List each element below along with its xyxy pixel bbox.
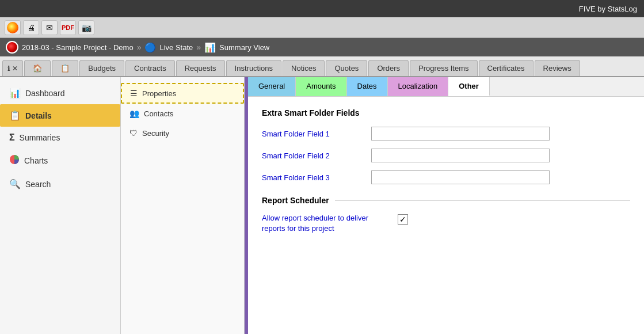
summaries-icon: Σ [9, 132, 15, 143]
middle-item-security[interactable]: 🛡 Security [121, 123, 244, 143]
tab-orders-label: Orders [377, 64, 400, 73]
main-content-wrapper: General Amounts Dates Localization Other… [245, 77, 644, 334]
sub-tab-localization[interactable]: Localization [388, 77, 449, 96]
sidebar-summaries-label: Summaries [20, 133, 60, 142]
sidebar-item-search[interactable]: 🔍 Search [0, 173, 120, 195]
middle-properties-label: Properties [142, 89, 176, 98]
sidebar-item-dashboard[interactable]: 📊 Dashboard [0, 82, 120, 104]
tab-progress-items-label: Progress Items [418, 64, 468, 73]
title-bar: FIVE by StatsLog [0, 0, 644, 17]
sub-tab-other-label: Other [459, 82, 479, 90]
middle-item-contacts[interactable]: 👥 Contacts [121, 104, 244, 123]
report-title-row: Report Scheduler [262, 196, 630, 205]
properties-icon: ☰ [130, 89, 138, 98]
sub-tab-dates-label: Dates [357, 82, 377, 90]
tab-contracts[interactable]: Contracts [125, 60, 175, 76]
logo-button[interactable] [5, 20, 21, 35]
charts-icon [9, 154, 20, 167]
tab-reviews[interactable]: Reviews [535, 60, 580, 76]
tab-home[interactable]: 🏠 [24, 60, 51, 76]
tab-notices-label: Notices [291, 64, 316, 73]
report-scheduler: Report Scheduler Allow report scheduler … [262, 196, 630, 234]
livestate-icon: 🔵 [144, 42, 156, 53]
tab-certificates-label: Certificates [487, 64, 525, 73]
contacts-icon: 👥 [129, 109, 139, 118]
sub-tab-general-label: General [258, 82, 285, 90]
tab-reviews-label: Reviews [543, 64, 571, 73]
dashboard-icon: 📊 [9, 88, 21, 98]
field-row-2: Smart Folder Field 2 [262, 149, 630, 162]
tab-contracts-label: Contracts [134, 64, 166, 73]
tab-quotes-label: Quotes [334, 64, 359, 73]
sub-tab-dates[interactable]: Dates [347, 77, 388, 96]
tab-instructions[interactable]: Instructions [226, 60, 281, 76]
middle-panel: ☰ Properties 👥 Contacts 🛡 Security [121, 77, 245, 334]
details-icon: 📋 [9, 110, 21, 121]
sub-tab-general[interactable]: General [248, 77, 296, 96]
sub-tab-amounts[interactable]: Amounts [296, 77, 346, 96]
breadcrumb-sep1: » [137, 43, 142, 52]
photo-button[interactable]: 📷 [78, 20, 94, 35]
sub-tab-amounts-label: Amounts [306, 82, 336, 90]
tab-orders[interactable]: Orders [368, 60, 409, 76]
tab-instructions-label: Instructions [235, 64, 273, 73]
tab-requests-label: Requests [185, 64, 216, 73]
tab-quotes[interactable]: Quotes [326, 60, 367, 76]
field-row-3: Smart Folder Field 3 [262, 170, 630, 184]
breadcrumb-logo-icon [6, 41, 18, 54]
sidebar-item-details[interactable]: 📋 Details [0, 104, 120, 127]
body-layout: 📊 Dashboard 📋 Details Σ Summaries Charts… [0, 77, 644, 334]
toolbar: 🖨 ✉ PDF 📷 [0, 17, 644, 38]
breadcrumb-livestate: Live State [159, 43, 193, 52]
sidebar-item-charts[interactable]: Charts [0, 149, 120, 173]
sidebar-search-label: Search [25, 180, 51, 189]
tab-certificates[interactable]: Certificates [479, 60, 534, 76]
sidebar-charts-label: Charts [24, 156, 48, 165]
pdf-button[interactable]: PDF [60, 20, 76, 35]
sub-tabs: General Amounts Dates Localization Other [248, 77, 644, 97]
email-button[interactable]: ✉ [41, 20, 58, 35]
middle-item-properties[interactable]: ☰ Properties [121, 83, 244, 104]
tab-progress-items[interactable]: Progress Items [410, 60, 477, 76]
tab-copy[interactable]: 📋 [52, 60, 78, 76]
sub-tab-other[interactable]: Other [448, 77, 490, 96]
report-divider [335, 200, 630, 201]
tab-budgets-label: Budgets [88, 64, 116, 73]
breadcrumb-sep2: » [196, 43, 201, 52]
app-title: FIVE by StatsLog [579, 5, 637, 13]
sidebar-item-summaries[interactable]: Σ Summaries [0, 127, 120, 149]
report-field-row: Allow report scheduler to deliver report… [262, 213, 630, 234]
print-button[interactable]: 🖨 [23, 20, 39, 35]
tab-info[interactable]: ℹ ✕ [2, 60, 23, 76]
middle-contacts-label: Contacts [144, 109, 173, 118]
field2-input[interactable] [371, 149, 550, 162]
breadcrumb-project: 2018-03 - Sample Project - Demo [22, 43, 134, 52]
field1-label: Smart Folder Field 1 [262, 130, 365, 138]
content-area: Extra Smart Folder Fields Smart Folder F… [248, 97, 644, 334]
search-icon: 🔍 [9, 179, 21, 189]
tab-budgets[interactable]: Budgets [79, 60, 124, 76]
sub-tab-localization-label: Localization [398, 82, 438, 90]
field-row-1: Smart Folder Field 1 [262, 127, 630, 141]
extra-fields-title: Extra Smart Folder Fields [262, 108, 630, 117]
report-allow-checkbox[interactable]: ✓ [398, 214, 408, 225]
field1-input[interactable] [371, 127, 550, 141]
main-content: General Amounts Dates Localization Other… [248, 77, 644, 334]
report-scheduler-title: Report Scheduler [262, 196, 329, 205]
field3-label: Smart Folder Field 3 [262, 173, 365, 182]
tab-notices[interactable]: Notices [283, 60, 325, 76]
report-allow-label: Allow report scheduler to deliver report… [262, 213, 388, 234]
breadcrumb-view: Summary View [219, 43, 269, 52]
sidebar: 📊 Dashboard 📋 Details Σ Summaries Charts… [0, 77, 121, 334]
sidebar-dashboard-label: Dashboard [25, 89, 65, 98]
field2-label: Smart Folder Field 2 [262, 151, 365, 160]
top-nav: ℹ ✕ 🏠 📋 Budgets Contracts Requests Instr… [0, 56, 644, 77]
sidebar-details-label: Details [25, 111, 52, 120]
middle-security-label: Security [142, 129, 169, 138]
tab-requests[interactable]: Requests [176, 60, 225, 76]
field3-input[interactable] [371, 170, 550, 184]
security-icon: 🛡 [129, 128, 138, 138]
breadcrumb: 2018-03 - Sample Project - Demo » 🔵 Live… [0, 38, 644, 56]
summaryview-icon: 📊 [204, 42, 216, 53]
